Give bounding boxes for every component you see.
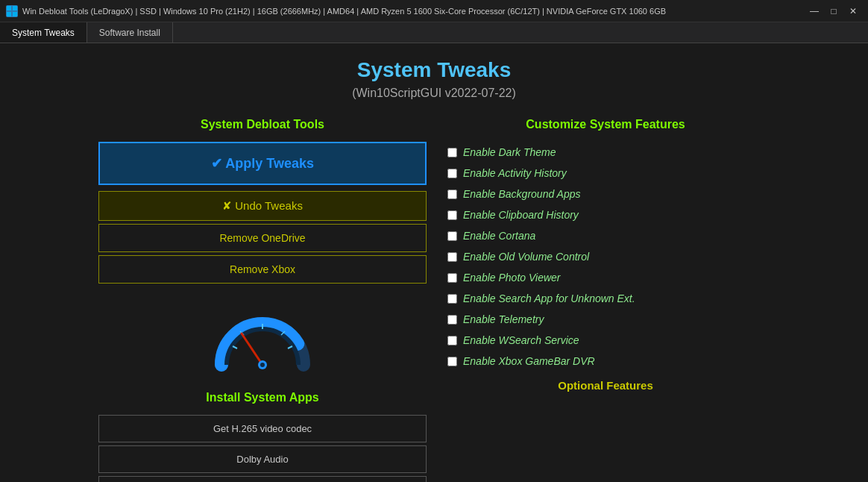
left-column: System Debloat Tools ✔ Apply Tweaks ✘ Un…	[98, 118, 427, 482]
svg-point-11	[260, 363, 265, 367]
checkbox-list: Enable Dark Theme Enable Activity Histor…	[441, 142, 770, 372]
content-area: System Tweaks (Win10ScriptGUI v2022-07-2…	[0, 43, 868, 482]
checkbox-telemetry-label: Enable Telemetry	[463, 313, 544, 325]
checkbox-photo-viewer-label: Enable Photo Viewer	[463, 272, 561, 284]
gauge-svg	[210, 305, 315, 372]
title-bar-controls: — □ ✕	[805, 3, 862, 19]
checkbox-background-apps-label: Enable Background Apps	[463, 188, 580, 200]
close-button[interactable]: ✕	[844, 3, 862, 19]
h265-codec-button[interactable]: Get H.265 video codec	[98, 415, 427, 442]
checkbox-wsearch-label: Enable WSearch Service	[463, 334, 579, 346]
checkbox-old-volume-label: Enable Old Volume Control	[463, 251, 589, 263]
remove-xbox-button[interactable]: Remove Xbox	[98, 255, 427, 284]
checkbox-search-unknown-label: Enable Search App for Unknown Ext.	[463, 292, 635, 304]
checkbox-search-unknown[interactable]: Enable Search App for Unknown Ext.	[441, 288, 770, 309]
checkbox-background-apps[interactable]: Enable Background Apps	[441, 184, 770, 204]
page-subtitle: (Win10ScriptGUI v2022-07-22)	[352, 87, 516, 100]
checkbox-cortana-input[interactable]	[447, 231, 457, 241]
app-icon	[6, 5, 18, 17]
checkbox-dark-theme-label: Enable Dark Theme	[463, 146, 556, 158]
optional-features-title: Optional Features	[441, 379, 770, 392]
checkbox-clipboard-history-label: Enable Clipboard History	[463, 209, 579, 221]
svg-line-6	[288, 346, 292, 348]
checkbox-clipboard-history[interactable]: Enable Clipboard History	[441, 204, 770, 225]
right-column: Customize System Features Enable Dark Th…	[441, 118, 770, 392]
svg-rect-0	[7, 6, 11, 10]
svg-line-5	[233, 346, 237, 348]
checkbox-activity-history[interactable]: Enable Activity History	[441, 163, 770, 184]
tab-system-tweaks[interactable]: System Tweaks	[0, 22, 87, 43]
checkbox-photo-viewer[interactable]: Enable Photo Viewer	[441, 267, 770, 288]
apply-tweaks-button[interactable]: ✔ Apply Tweaks	[98, 142, 427, 185]
columns-layout: System Debloat Tools ✔ Apply Tweaks ✘ Un…	[98, 118, 770, 482]
checkbox-clipboard-history-input[interactable]	[447, 210, 457, 220]
main-container: System Tweaks (Win10ScriptGUI v2022-07-2…	[0, 43, 868, 482]
checkbox-wsearch-input[interactable]	[447, 336, 457, 345]
checkbox-dark-theme-input[interactable]	[447, 148, 457, 157]
svg-rect-3	[13, 12, 17, 16]
title-bar: Win Debloat Tools (LeDragoX) | SSD | Win…	[0, 0, 868, 22]
title-bar-text: Win Debloat Tools (LeDragoX) | SSD | Win…	[22, 7, 666, 16]
checkbox-old-volume-input[interactable]	[447, 252, 457, 262]
checkbox-gamebar-dvr-label: Enable Xbox GameBar DVR	[463, 355, 595, 367]
checkbox-gamebar-dvr[interactable]: Enable Xbox GameBar DVR	[441, 351, 770, 372]
title-bar-left: Win Debloat Tools (LeDragoX) | SSD | Win…	[6, 5, 805, 17]
install-section-title: Install System Apps	[206, 391, 318, 404]
tab-software-install[interactable]: Software Install	[87, 22, 173, 43]
checkbox-background-apps-input[interactable]	[447, 190, 457, 199]
checkbox-search-unknown-input[interactable]	[447, 294, 457, 304]
maximize-button[interactable]: □	[825, 3, 843, 19]
checkbox-activity-history-label: Enable Activity History	[463, 167, 567, 179]
debloat-section-title: System Debloat Tools	[201, 118, 324, 131]
speedometer-gauge	[210, 301, 315, 376]
svg-line-9	[242, 334, 262, 365]
checkbox-activity-history-input[interactable]	[447, 169, 457, 178]
remove-onedrive-button[interactable]: Remove OneDrive	[98, 224, 427, 252]
dolby-audio-button[interactable]: Dolby Audio	[98, 445, 427, 473]
svg-rect-1	[13, 6, 17, 10]
svg-rect-2	[7, 12, 11, 16]
tab-bar: System Tweaks Software Install	[0, 22, 868, 43]
onedrive-install-button[interactable]: OneDrive	[98, 476, 427, 482]
checkbox-dark-theme[interactable]: Enable Dark Theme	[441, 142, 770, 163]
checkbox-telemetry[interactable]: Enable Telemetry	[441, 309, 770, 330]
page-title: System Tweaks	[357, 58, 512, 82]
minimize-button[interactable]: —	[805, 3, 823, 19]
checkbox-photo-viewer-input[interactable]	[447, 273, 457, 283]
checkbox-gamebar-dvr-input[interactable]	[447, 357, 457, 366]
checkbox-telemetry-input[interactable]	[447, 315, 457, 325]
checkbox-cortana-label: Enable Cortana	[463, 230, 535, 242]
customize-section-title: Customize System Features	[441, 118, 770, 131]
checkbox-old-volume[interactable]: Enable Old Volume Control	[441, 246, 770, 267]
checkbox-cortana[interactable]: Enable Cortana	[441, 225, 770, 246]
undo-tweaks-button[interactable]: ✘ Undo Tweaks	[98, 191, 427, 221]
checkbox-wsearch[interactable]: Enable WSearch Service	[441, 330, 770, 351]
